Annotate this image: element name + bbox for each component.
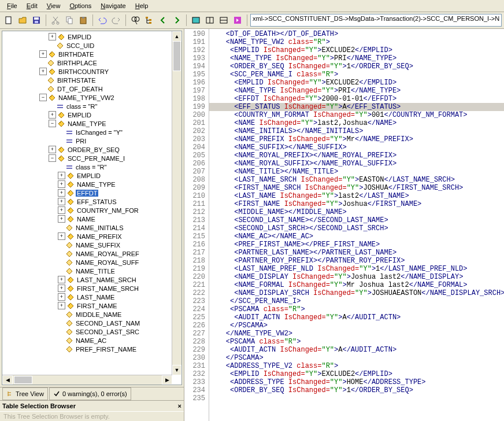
scroll-left-icon[interactable]: ◀ [2, 375, 13, 385]
tree-node[interactable]: +EMPLID [2, 32, 172, 41]
code-line[interactable]: <PARTNER_ROY_PREFIX></PARTNER_ROY_PREFIX… [209, 257, 504, 265]
tree-node[interactable]: −NAME_TYPE [2, 119, 172, 128]
cut-icon[interactable] [49, 14, 62, 27]
tree-node[interactable]: +EMPLID [2, 110, 172, 119]
tree-node[interactable]: DT_OF_DEATH [2, 84, 172, 93]
new-file-icon[interactable] [2, 14, 15, 27]
code-line[interactable]: <NAME_PREFIX IsChanged="Y">Mr</NAME_PREF… [209, 135, 504, 143]
code-line[interactable]: <NAME_TYPE IsChanged="Y">PRI</NAME_TYPE> [209, 87, 504, 95]
code-line[interactable]: <ADDRESS_TYPE_V2 class="R"> [209, 362, 504, 370]
tree-expand-icon[interactable]: + [58, 276, 65, 283]
pane2-icon[interactable] [203, 14, 216, 27]
tree-node[interactable]: IsChanged = "Y" [2, 128, 172, 136]
menu-view[interactable]: View [42, 1, 65, 10]
tree-node[interactable]: MIDDLE_NAME [2, 310, 172, 319]
tree-node[interactable]: +COUNTRY_NM_FOR [2, 206, 172, 215]
code-line[interactable]: <NAME_AC></NAME_AC> [209, 232, 504, 241]
scroll-thumb[interactable] [14, 376, 32, 384]
redo-icon[interactable] [110, 14, 123, 27]
find-icon[interactable] [129, 14, 142, 27]
code-line[interactable]: <NAME_TYPE IsChanged="Y">PRI</NAME_TYPE> [209, 54, 504, 62]
tree-expand-icon[interactable]: − [49, 120, 56, 127]
pane1-icon[interactable] [190, 14, 202, 27]
tree-expand-icon[interactable]: + [58, 198, 65, 205]
tree-node[interactable]: NAME_SUFFIX [2, 241, 172, 249]
code-line[interactable]: </PSCAMA> [209, 354, 504, 362]
tree-node[interactable]: +FIRST_NAME [2, 301, 172, 310]
scroll-down-icon[interactable]: ▼ [172, 365, 181, 375]
tree-node[interactable]: +EMPLID [2, 171, 172, 180]
code-line[interactable]: <SECOND_LAST_SRCH></SECOND_LAST_SRCH> [209, 224, 504, 232]
code-line[interactable]: <LAST_NAME_SRCH IsChanged="Y">EASTON</LA… [209, 176, 504, 184]
tree-node[interactable]: +BIRTHCOUNTRY [2, 67, 172, 76]
breadcrumb-path[interactable]: xml->SCC_CONSTITUENT_DS->MsgData->Transa… [250, 14, 502, 27]
tab-tree-view[interactable]: Tree View [2, 387, 48, 400]
tree-expand-icon[interactable]: + [58, 206, 65, 214]
close-icon[interactable]: × [178, 402, 181, 409]
code-line[interactable]: <FIRST_NAME IsChanged="Y">Joshua</FIRST_… [209, 200, 504, 208]
undo-icon[interactable] [96, 14, 109, 27]
tree-node[interactable]: NAME_AC [2, 336, 172, 345]
tree-node[interactable]: +ORDER_BY_SEQ [2, 145, 172, 154]
code-line[interactable]: <PSCAMA class="R"> [209, 305, 504, 313]
code-line[interactable]: <PSCAMA class="R"> [209, 338, 504, 346]
tree-node[interactable]: +NAME [2, 215, 172, 223]
tree-vertical-scrollbar[interactable]: ▲ ▼ [172, 31, 181, 375]
pane3-icon[interactable] [217, 14, 230, 27]
code-line[interactable]: </NAME_TYPE_VW2> [209, 330, 504, 338]
nav-back-icon[interactable] [157, 14, 169, 27]
tree-expand-icon[interactable]: + [39, 68, 47, 75]
nav-fwd-icon[interactable] [171, 14, 183, 27]
xml-tree[interactable]: +EMPLIDSCC_UID+BIRTHDATEBIRTHPLACE+BIRTH… [2, 31, 172, 375]
tree-node[interactable]: PREF_FIRST_NAME [2, 345, 172, 353]
tree-node[interactable]: +LAST_NAME [2, 293, 172, 301]
paste-icon[interactable] [77, 14, 90, 27]
tree-node[interactable]: NAME_ROYAL_PREF [2, 249, 172, 258]
code-line[interactable]: <MIDDLE_NAME></MIDDLE_NAME> [209, 208, 504, 216]
tab-warnings[interactable]: 0 warning(s), 0 error(s) [49, 387, 131, 400]
code-line[interactable]: <AUDIT_ACTN IsChanged="Y">A</AUDIT_ACTN> [209, 313, 504, 322]
tree-expand-icon[interactable]: + [58, 215, 65, 223]
tree-node[interactable]: +LAST_NAME_SRCH [2, 275, 172, 284]
xml-code-view[interactable]: <DT_OF_DEATH></DT_OF_DEATH> <NAME_TYPE_V… [209, 29, 504, 421]
open-icon[interactable] [16, 14, 29, 27]
code-line[interactable]: </SCC_PER_NAME_I> [209, 297, 504, 305]
code-line[interactable]: <SECOND_LAST_NAME></SECOND_LAST_NAME> [209, 216, 504, 224]
tree-expand-icon[interactable]: + [49, 111, 56, 119]
code-line[interactable]: <PARTNER_LAST_NAME></PARTNER_LAST_NAME> [209, 249, 504, 257]
code-line[interactable]: <EMPLID IsChanged="Y">EXCLUDE2</EMPLID> [209, 46, 504, 54]
code-line[interactable]: <NAME_DISPLAY IsChanged="Y">Joshua last2… [209, 273, 504, 281]
scroll-thumb[interactable] [173, 41, 181, 71]
tree-node[interactable]: −SCC_PER_NAME_I [2, 154, 172, 163]
tree-expand-icon[interactable]: + [58, 293, 65, 301]
tree-horizontal-scrollbar[interactable]: ◀ ▶ [2, 375, 172, 385]
tree-node[interactable]: +BIRTHDATE [2, 50, 172, 58]
code-line[interactable]: <NAME_TITLE></NAME_TITLE> [209, 168, 504, 176]
menu-file[interactable]: File [2, 1, 22, 10]
tree-expand-icon[interactable]: + [49, 33, 56, 40]
tree-expand-icon[interactable]: + [58, 180, 65, 188]
copy-icon[interactable] [63, 14, 76, 27]
code-line[interactable]: <AUDIT_ACTN IsChanged="Y">A</AUDIT_ACTN> [209, 346, 504, 354]
menu-help[interactable]: Help [131, 1, 153, 10]
tree-node[interactable]: NAME_INITIALS [2, 223, 172, 232]
tree-node[interactable]: +EFF_STATUS [2, 197, 172, 206]
menu-options[interactable]: Options [65, 1, 96, 10]
tree-node[interactable]: NAME_ROYAL_SUFF [2, 258, 172, 267]
tree-node[interactable]: SECOND_LAST_NAM [2, 319, 172, 327]
code-line[interactable]: <ORDER_BY_SEQ IsChanged="Y">1</ORDER_BY_… [209, 62, 504, 71]
code-line[interactable]: <NAME_ROYAL_SUFFIX></NAME_ROYAL_SUFFIX> [209, 160, 504, 168]
code-line[interactable]: <DT_OF_DEATH></DT_OF_DEATH> [209, 30, 504, 38]
tree-expand-icon[interactable]: + [49, 146, 56, 153]
save-icon[interactable] [30, 14, 43, 27]
code-line[interactable]: <NAME_ROYAL_PREFIX></NAME_ROYAL_PREFIX> [209, 152, 504, 160]
menu-edit[interactable]: Edit [22, 1, 42, 10]
code-line[interactable]: <ADDRESS_TYPE IsChanged="Y">HOME</ADDRES… [209, 378, 504, 386]
tree-node[interactable]: +NAME_TYPE [2, 180, 172, 189]
browser-icon[interactable] [231, 14, 244, 27]
code-line[interactable]: <FIRST_NAME_SRCH IsChanged="Y">JOSHUA</F… [209, 184, 504, 192]
tree-expand-icon[interactable]: + [58, 172, 65, 179]
tree-node[interactable]: +FIRST_NAME_SRCH [2, 284, 172, 293]
tree-node[interactable]: PRI [2, 136, 172, 145]
tree-expand-icon[interactable]: + [58, 285, 65, 292]
